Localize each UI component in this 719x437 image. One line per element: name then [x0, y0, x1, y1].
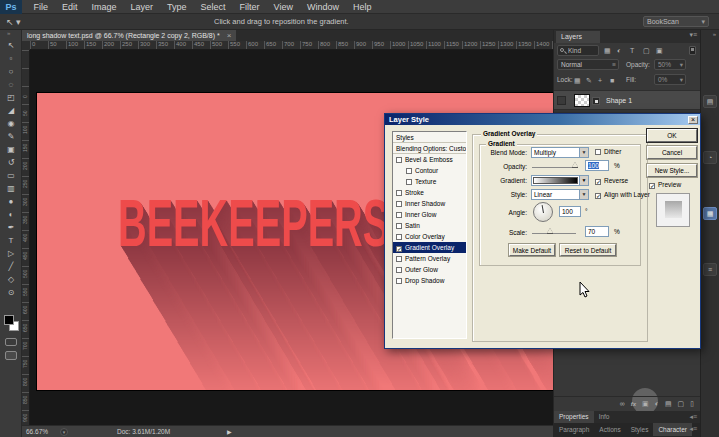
checkbox-icon[interactable]: [396, 190, 402, 196]
filter-pixel-layers-icon[interactable]: ▦: [604, 44, 611, 57]
cancel-button[interactable]: Cancel: [647, 146, 697, 159]
zoom-tool[interactable]: ⊙: [0, 287, 22, 299]
menu-select[interactable]: Select: [194, 0, 233, 14]
style-item-gradient-overlay[interactable]: ✓Gradient Overlay: [393, 242, 466, 253]
new-layer-icon[interactable]: ▢: [678, 397, 685, 410]
blending-options-item[interactable]: Blending Options: Custom: [393, 143, 466, 154]
scale-slider[interactable]: [532, 233, 576, 234]
layer-visibility-toggle[interactable]: [557, 96, 566, 105]
opacity-slider-thumb[interactable]: [572, 162, 578, 167]
panel-menu-icon[interactable]: ◂≡: [689, 411, 697, 423]
tab-actions[interactable]: Actions: [594, 423, 625, 436]
tab-layers[interactable]: Layers: [556, 31, 600, 43]
panel-menu-icon[interactable]: ◂≡: [689, 423, 697, 435]
delete-layer-icon[interactable]: ▯: [690, 397, 694, 410]
checkbox-icon[interactable]: [396, 278, 402, 284]
tab-properties[interactable]: Properties: [554, 411, 594, 423]
layer-thumbnail[interactable]: [574, 94, 590, 107]
checkbox-icon[interactable]: [396, 256, 402, 262]
style-item-pattern-overlay[interactable]: Pattern Overlay: [393, 253, 466, 264]
lock-transparency-icon[interactable]: ▦: [574, 74, 581, 87]
layers-fill-value[interactable]: 0%▾: [654, 74, 686, 85]
eraser-tool[interactable]: ▭: [0, 170, 22, 182]
filter-kind-dropdown[interactable]: Kind: [557, 45, 599, 56]
adjustment-layer-icon[interactable]: ◐: [655, 397, 659, 410]
screen-mode-button[interactable]: [5, 351, 17, 360]
checkbox-icon[interactable]: [396, 212, 402, 218]
foreground-color-swatch[interactable]: [4, 315, 14, 325]
pen-tool[interactable]: ✒: [0, 222, 22, 234]
zoom-level-field[interactable]: 66.67%: [26, 426, 48, 437]
collapsed-panel-3[interactable]: ▦: [703, 207, 717, 220]
type-tool[interactable]: T: [0, 235, 22, 247]
style-item-texture[interactable]: Texture: [393, 176, 466, 187]
dialog-close-button[interactable]: ×: [688, 116, 698, 124]
filter-shape-layers-icon[interactable]: ▢: [643, 44, 650, 57]
checkbox-icon[interactable]: [396, 201, 402, 207]
menu-view[interactable]: View: [267, 0, 300, 14]
tab-character[interactable]: Character: [653, 423, 692, 436]
toolbar-collapse-icon[interactable]: »: [7, 30, 10, 36]
workspace-switcher[interactable]: BookScan▾: [643, 16, 709, 27]
gradient-tool[interactable]: ▥: [0, 183, 22, 195]
angle-input[interactable]: 100: [559, 206, 581, 217]
status-menu-icon[interactable]: ▾: [60, 428, 68, 436]
blend-mode-dropdown[interactable]: Normal≡: [557, 59, 619, 70]
tool-preset-icon[interactable]: ↖ ▾: [6, 14, 21, 30]
checkbox-icon[interactable]: [396, 157, 402, 163]
close-tab-icon[interactable]: ×: [227, 31, 232, 40]
dither-checkbox[interactable]: Dither: [595, 148, 621, 155]
brush-tool[interactable]: ✎: [0, 131, 22, 143]
checkbox-icon[interactable]: [406, 168, 412, 174]
style-item-contour[interactable]: Contour: [393, 165, 466, 176]
filter-smart-objects-icon[interactable]: ▣: [656, 44, 663, 57]
style-item-inner-shadow[interactable]: Inner Shadow: [393, 198, 466, 209]
expand-panels-icon[interactable]: »: [713, 31, 716, 37]
blend-mode-select[interactable]: Multiply▼: [531, 147, 589, 158]
menu-type[interactable]: Type: [160, 0, 194, 14]
line-tool[interactable]: ╱: [0, 261, 22, 273]
style-select[interactable]: Linear▼: [531, 189, 589, 200]
layer-row-shape-1[interactable]: Shape 1: [554, 90, 700, 110]
menu-image[interactable]: Image: [84, 0, 123, 14]
tab-info[interactable]: Info: [594, 411, 615, 423]
tab-paragraph[interactable]: Paragraph: [554, 423, 594, 436]
preview-checkbox[interactable]: ✓Preview: [649, 181, 681, 189]
checkbox-icon[interactable]: [396, 267, 402, 273]
healing-brush-tool[interactable]: ◉: [0, 118, 22, 130]
dialog-title-bar[interactable]: Layer Style: [385, 114, 700, 125]
eyedropper-tool[interactable]: ◢: [0, 105, 22, 117]
ps-logo-icon[interactable]: Ps: [0, 0, 22, 14]
filter-toggle-switch[interactable]: [689, 46, 696, 55]
gradient-picker[interactable]: ▼: [531, 175, 589, 186]
link-layers-icon[interactable]: ∞: [620, 397, 625, 410]
document-tab[interactable]: long shadow text.psd @ 66.7% (Rectangle …: [22, 30, 236, 41]
clone-stamp-tool[interactable]: ▣: [0, 144, 22, 156]
quick-mask-button[interactable]: [5, 338, 17, 346]
style-item-stroke[interactable]: Stroke: [393, 187, 466, 198]
move-tool[interactable]: ↖: [0, 40, 22, 52]
crop-tool[interactable]: ◰: [0, 92, 22, 104]
style-item-inner-glow[interactable]: Inner Glow: [393, 209, 466, 220]
checkbox-icon[interactable]: [396, 223, 402, 229]
scale-input[interactable]: 70: [585, 226, 609, 237]
collapsed-panel-4[interactable]: ≡: [703, 263, 717, 276]
layer-mask-icon[interactable]: ▣: [642, 397, 649, 410]
opacity-slider[interactable]: [532, 167, 576, 168]
lock-position-icon[interactable]: +: [598, 74, 602, 87]
align-with-layer-checkbox[interactable]: ✓Align with Layer: [595, 191, 650, 199]
reset-to-default-button[interactable]: Reset to Default: [560, 244, 616, 256]
panel-menu-icon[interactable]: ▾≡: [689, 31, 697, 39]
lock-all-icon[interactable]: ■: [610, 74, 614, 87]
quick-selection-tool[interactable]: ◌: [0, 79, 22, 91]
hand-tool[interactable]: ◇: [0, 274, 22, 286]
status-flyout-icon[interactable]: ▶: [227, 426, 232, 437]
layer-effects-icon[interactable]: fx: [631, 398, 636, 411]
style-item-drop-shadow[interactable]: Drop Shadow: [393, 275, 466, 286]
make-default-button[interactable]: Make Default: [509, 244, 555, 256]
checkbox-icon[interactable]: [406, 179, 412, 185]
filter-type-layers-icon[interactable]: T: [630, 44, 634, 57]
style-item-outer-glow[interactable]: Outer Glow: [393, 264, 466, 275]
tab-styles[interactable]: Styles: [626, 423, 654, 436]
style-item-color-overlay[interactable]: Color Overlay: [393, 231, 466, 242]
